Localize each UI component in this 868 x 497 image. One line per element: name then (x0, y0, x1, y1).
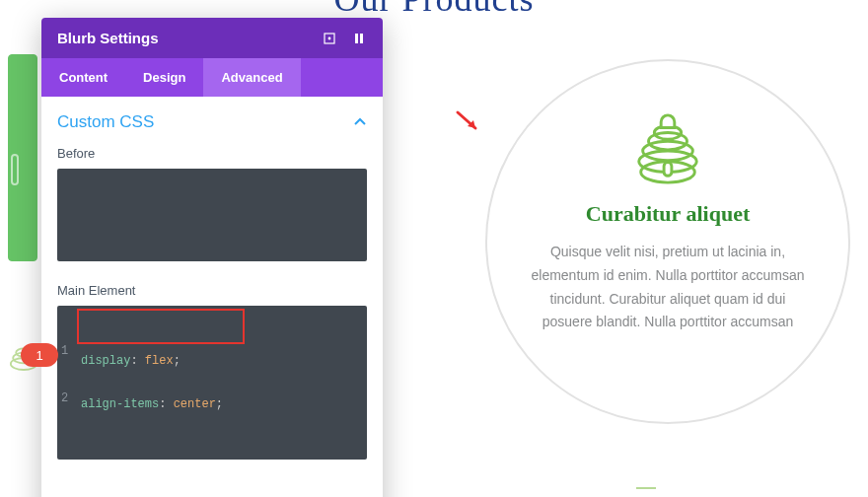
code-editor-main-element[interactable]: 1 2 display: flex; align-items: center; (57, 306, 367, 460)
product-description: Quisque velit nisi, pretium ut lacinia i… (529, 241, 807, 334)
field-label-before: Before (57, 146, 367, 161)
line-number: 2 (61, 390, 118, 406)
beehive-icon (629, 110, 706, 187)
code-editor-before[interactable] (57, 169, 367, 261)
section-title: Custom CSS (57, 112, 154, 132)
product-card: Curabitur aliquet Quisque velit nisi, pr… (485, 59, 850, 424)
section-toggle-custom-css[interactable]: Custom CSS (57, 112, 367, 132)
modal-titlebar: Blurb Settings (41, 18, 383, 58)
chevron-up-icon (353, 115, 367, 129)
annotation-arrow-icon (454, 108, 481, 136)
svg-point-4 (328, 36, 331, 39)
field-label-main-element: Main Element (57, 283, 367, 298)
background-card-icon (11, 154, 19, 185)
settings-panel-body: Custom CSS Before Main Element 1 2 displ… (41, 97, 383, 497)
modal-title-text: Blurb Settings (57, 30, 159, 46)
annotation-badge-1: 1 (21, 343, 58, 367)
drag-handle-icon[interactable] (351, 31, 367, 46)
svg-rect-6 (360, 34, 363, 43)
page-title: Our Products (334, 0, 535, 20)
settings-tabs: Content Design Advanced (41, 58, 383, 97)
background-card-left (8, 54, 37, 261)
code-line: display: flex; (81, 353, 361, 369)
tab-content[interactable]: Content (41, 58, 125, 97)
tab-advanced[interactable]: Advanced (203, 58, 300, 97)
product-title: Curabitur aliquet (586, 201, 750, 227)
svg-rect-5 (355, 34, 358, 43)
line-number: 1 (61, 343, 118, 359)
code-gutter: 1 2 (61, 312, 118, 438)
blurb-settings-modal: Blurb Settings Content Design Advanced C… (41, 18, 383, 497)
tab-design[interactable]: Design (125, 58, 203, 97)
svg-rect-12 (664, 163, 672, 177)
code-line: align-items: center; (81, 396, 361, 412)
expand-icon[interactable] (322, 31, 337, 46)
next-card-peek (636, 487, 656, 495)
